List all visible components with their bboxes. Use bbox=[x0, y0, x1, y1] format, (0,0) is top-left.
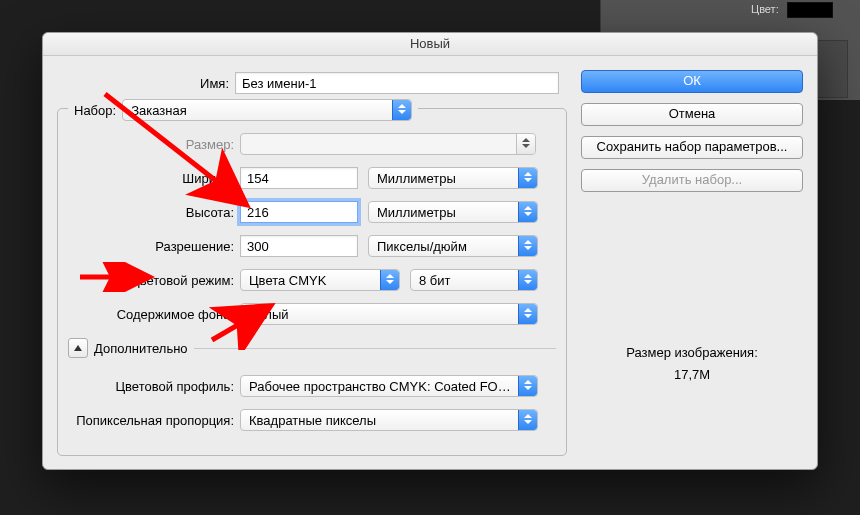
chevron-updown-icon bbox=[518, 376, 537, 396]
preset-value: Заказная bbox=[131, 103, 392, 118]
image-size-value: 17,7M bbox=[581, 364, 803, 386]
ps-color-label: Цвет: bbox=[751, 3, 779, 15]
chevron-updown-icon bbox=[518, 304, 537, 324]
ok-button[interactable]: ОК bbox=[581, 70, 803, 93]
chevron-updown-icon bbox=[518, 202, 537, 222]
resolution-input[interactable] bbox=[240, 235, 358, 257]
height-unit-value: Миллиметры bbox=[377, 205, 518, 220]
triangle-up-icon bbox=[68, 338, 88, 358]
width-unit-select[interactable]: Миллиметры bbox=[368, 167, 538, 189]
cancel-button[interactable]: Отмена bbox=[581, 103, 803, 126]
width-unit-value: Миллиметры bbox=[377, 171, 518, 186]
color-mode-select[interactable]: Цвета CMYK bbox=[240, 269, 400, 291]
chevron-updown-icon bbox=[380, 270, 399, 290]
pixel-aspect-select[interactable]: Квадратные пикселы bbox=[240, 409, 538, 431]
image-size-label: Размер изображения: bbox=[581, 342, 803, 364]
color-profile-select[interactable]: Рабочее пространство CMYK: Coated FOG... bbox=[240, 375, 538, 397]
resolution-unit-value: Пикселы/дюйм bbox=[377, 239, 518, 254]
background-select[interactable]: Белый bbox=[240, 303, 538, 325]
chevron-updown-icon bbox=[516, 134, 535, 154]
size-label: Размер: bbox=[62, 137, 240, 152]
chevron-updown-icon bbox=[518, 236, 537, 256]
chevron-updown-icon bbox=[518, 270, 537, 290]
pixel-aspect-value: Квадратные пикселы bbox=[249, 413, 518, 428]
delete-preset-button: Удалить набор... bbox=[581, 169, 803, 192]
advanced-disclosure[interactable]: Дополнительно bbox=[68, 338, 188, 358]
advanced-label: Дополнительно bbox=[94, 341, 188, 356]
color-profile-value: Рабочее пространство CMYK: Coated FOG... bbox=[249, 379, 518, 394]
bit-depth-value: 8 бит bbox=[419, 273, 518, 288]
width-label: Ширина: bbox=[62, 171, 240, 186]
new-document-dialog: Новый Имя: Набор: Заказная Р bbox=[42, 32, 818, 470]
divider bbox=[194, 348, 556, 349]
chevron-updown-icon bbox=[518, 410, 537, 430]
size-select bbox=[240, 133, 536, 155]
chevron-updown-icon bbox=[392, 100, 411, 120]
height-label: Высота: bbox=[62, 205, 240, 220]
resolution-label: Разрешение: bbox=[62, 239, 240, 254]
preset-select[interactable]: Заказная bbox=[122, 99, 412, 121]
color-mode-value: Цвета CMYK bbox=[249, 273, 380, 288]
image-size-info: Размер изображения: 17,7M bbox=[581, 342, 803, 386]
preset-label: Набор: bbox=[74, 103, 116, 118]
pixel-aspect-label: Попиксельная пропорция: bbox=[62, 413, 240, 428]
color-profile-label: Цветовой профиль: bbox=[62, 379, 240, 394]
chevron-updown-icon bbox=[518, 168, 537, 188]
save-preset-button[interactable]: Сохранить набор параметров... bbox=[581, 136, 803, 159]
color-mode-label: Цветовой режим: bbox=[62, 273, 240, 288]
name-label: Имя: bbox=[57, 76, 235, 91]
resolution-unit-select[interactable]: Пикселы/дюйм bbox=[368, 235, 538, 257]
settings-fieldset: Набор: Заказная Размер: Ширин bbox=[57, 108, 567, 456]
height-unit-select[interactable]: Миллиметры bbox=[368, 201, 538, 223]
background-value: Белый bbox=[249, 307, 518, 322]
height-input[interactable] bbox=[240, 201, 358, 223]
bit-depth-select[interactable]: 8 бит bbox=[410, 269, 538, 291]
background-label: Содержимое фона: bbox=[62, 307, 240, 322]
ps-color-swatch[interactable] bbox=[787, 2, 833, 18]
name-input[interactable] bbox=[235, 72, 559, 94]
dialog-title: Новый bbox=[43, 33, 817, 56]
width-input[interactable] bbox=[240, 167, 358, 189]
